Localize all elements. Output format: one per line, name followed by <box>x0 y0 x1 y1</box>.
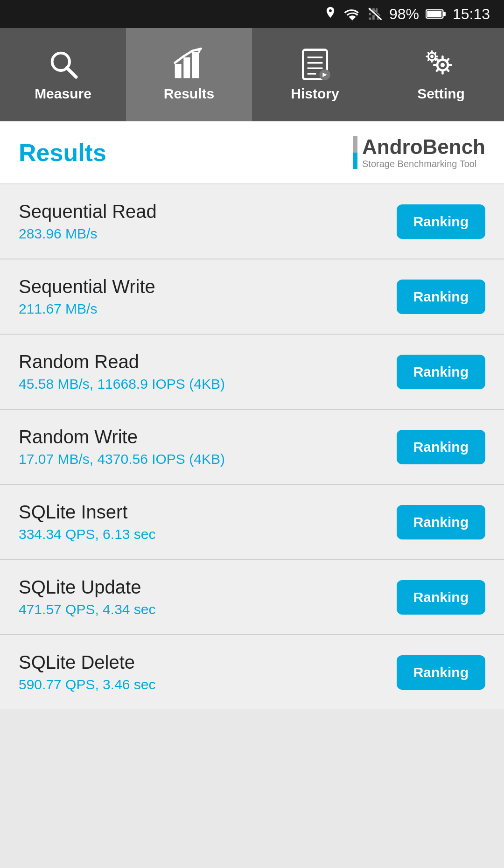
svg-point-28 <box>430 55 434 58</box>
svg-point-18 <box>441 63 445 67</box>
result-item: Sequential Read283.96 MB/sRanking <box>0 184 504 259</box>
result-name: Sequential Read <box>19 201 157 222</box>
result-item: SQLite Delete590.77 QPS, 3.46 secRanking <box>0 635 504 709</box>
setting-icon <box>422 48 460 80</box>
brand-logo: AndroBench Storage Benchmarking Tool <box>353 135 485 169</box>
svg-line-35 <box>428 59 429 60</box>
time-display: 15:13 <box>453 6 490 23</box>
result-name: Random Read <box>19 351 225 372</box>
result-info: SQLite Delete590.77 QPS, 3.46 sec <box>19 652 156 693</box>
result-info: SQLite Insert334.34 QPS, 6.13 sec <box>19 502 156 542</box>
results-tab-label: Results <box>164 86 214 102</box>
svg-rect-8 <box>192 52 199 78</box>
ranking-button[interactable]: Ranking <box>397 430 485 464</box>
brand-text-block: AndroBench Storage Benchmarking Tool <box>362 135 485 169</box>
result-value: 211.67 MB/s <box>19 301 155 317</box>
svg-rect-6 <box>175 64 182 78</box>
svg-line-36 <box>434 53 435 54</box>
svg-line-24 <box>447 69 448 70</box>
result-value: 45.58 MB/s, 11668.9 IOPS (4KB) <box>19 376 225 392</box>
navigation-tabs: Measure Results <box>0 28 504 121</box>
ranking-button[interactable]: Ranking <box>397 280 485 314</box>
result-item: Sequential Write211.67 MB/sRanking <box>0 259 504 335</box>
result-info: Sequential Write211.67 MB/s <box>19 276 155 317</box>
result-item: SQLite Update471.57 QPS, 4.34 secRanking <box>0 560 504 635</box>
result-info: SQLite Update471.57 QPS, 4.34 sec <box>19 577 156 617</box>
result-name: SQLite Insert <box>19 502 156 523</box>
result-item: SQLite Insert334.34 QPS, 6.13 secRanking <box>0 485 504 560</box>
result-value: 590.77 QPS, 3.46 sec <box>19 677 156 693</box>
result-item: Random Read45.58 MB/s, 11668.9 IOPS (4KB… <box>0 335 504 410</box>
result-name: Random Write <box>19 427 225 448</box>
results-icon <box>170 48 208 80</box>
result-name: SQLite Update <box>19 577 156 598</box>
result-item: Random Write17.07 MB/s, 4370.56 IOPS (4K… <box>0 410 504 485</box>
ranking-button[interactable]: Ranking <box>397 655 485 690</box>
result-info: Random Write17.07 MB/s, 4370.56 IOPS (4K… <box>19 427 225 467</box>
tab-measure[interactable]: Measure <box>0 28 126 121</box>
result-name: Sequential Write <box>19 276 155 297</box>
measure-tab-label: Measure <box>35 86 91 102</box>
results-list: Sequential Read283.96 MB/sRankingSequent… <box>0 184 504 709</box>
status-icons: 98% 15:13 <box>324 6 490 23</box>
svg-rect-2 <box>443 12 446 16</box>
svg-line-23 <box>437 59 438 61</box>
result-value: 17.07 MB/s, 4370.56 IOPS (4KB) <box>19 451 225 467</box>
result-info: Random Read45.58 MB/s, 11668.9 IOPS (4KB… <box>19 351 225 392</box>
page-title: Results <box>19 139 106 167</box>
svg-rect-3 <box>427 11 441 17</box>
svg-line-26 <box>447 59 448 61</box>
ranking-button[interactable]: Ranking <box>397 204 485 239</box>
ranking-button[interactable]: Ranking <box>397 505 485 539</box>
ranking-button[interactable]: Ranking <box>397 355 485 389</box>
ranking-button[interactable]: Ranking <box>397 580 485 615</box>
measure-icon <box>44 48 82 80</box>
svg-line-34 <box>434 59 435 60</box>
result-value: 471.57 QPS, 4.34 sec <box>19 602 156 617</box>
signal-icon <box>368 7 383 21</box>
brand-bar-divider <box>353 136 357 169</box>
result-value: 283.96 MB/s <box>19 226 157 242</box>
brand-name: AndroBench <box>362 135 485 159</box>
battery-icon <box>426 7 446 21</box>
battery-percent: 98% <box>389 6 419 23</box>
svg-line-33 <box>428 53 429 54</box>
brand-subtitle: Storage Benchmarking Tool <box>362 159 485 169</box>
results-header: Results AndroBench Storage Benchmarking … <box>0 121 504 184</box>
brand-name-bold: Bench <box>423 135 485 158</box>
svg-line-25 <box>437 69 438 70</box>
tab-results[interactable]: Results <box>126 28 252 121</box>
result-info: Sequential Read283.96 MB/s <box>19 201 157 242</box>
setting-tab-label: Setting <box>417 86 465 102</box>
history-tab-label: History <box>291 86 339 102</box>
history-icon <box>296 48 334 80</box>
wifi-icon <box>343 7 361 21</box>
location-icon <box>324 6 337 22</box>
svg-line-5 <box>67 68 76 77</box>
tab-history[interactable]: History <box>252 28 378 121</box>
result-value: 334.34 QPS, 6.13 sec <box>19 526 156 542</box>
brand-name-light: Andro <box>362 135 423 158</box>
svg-rect-7 <box>183 57 190 78</box>
status-bar: 98% 15:13 <box>0 0 504 28</box>
result-name: SQLite Delete <box>19 652 156 673</box>
tab-setting[interactable]: Setting <box>378 28 504 121</box>
